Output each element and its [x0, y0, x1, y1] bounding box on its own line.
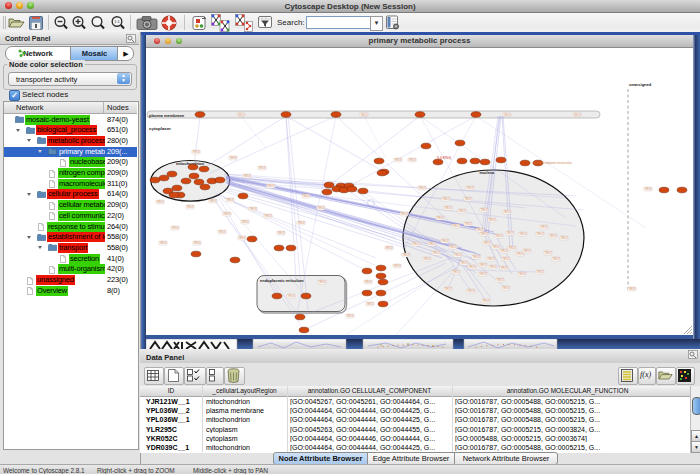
svg-text:YBR-08: YBR-08 — [453, 270, 460, 274]
svg-text:YBR-08: YBR-08 — [465, 222, 472, 226]
svg-text:YBR-08: YBR-08 — [194, 241, 201, 245]
svg-text:mitochondrion;endoplasmic reti: mitochondrion;endoplasmic reticulum;nucl… — [532, 161, 573, 165]
svg-text:YBR-08: YBR-08 — [507, 231, 514, 235]
svg-text:YBR-08: YBR-08 — [443, 197, 450, 201]
svg-text:YBR-08: YBR-08 — [537, 232, 544, 236]
svg-text:YBR-08: YBR-08 — [227, 198, 234, 202]
svg-text:cytoplasm: cytoplasm — [149, 126, 171, 131]
svg-text:YBR-08: YBR-08 — [493, 245, 500, 249]
svg-text:[5,6-RING]: [5,6-RING] — [437, 156, 451, 160]
svg-text:YBR-08: YBR-08 — [172, 226, 179, 230]
svg-text:YBR-08: YBR-08 — [224, 212, 231, 216]
svg-text:YBR-08: YBR-08 — [520, 232, 527, 236]
svg-text:YBR-08: YBR-08 — [550, 234, 557, 238]
svg-text:YBR-08: YBR-08 — [574, 113, 581, 117]
svg-text:YBR-08: YBR-08 — [488, 257, 495, 261]
svg-text:YBR-08: YBR-08 — [450, 245, 457, 249]
svg-text:YBR-08: YBR-08 — [367, 302, 374, 306]
svg-text:YBR-08: YBR-08 — [537, 270, 544, 274]
svg-text:YBR-08: YBR-08 — [303, 194, 310, 198]
svg-text:YBR-08: YBR-08 — [489, 218, 496, 222]
svg-text:YBR-08: YBR-08 — [230, 156, 237, 160]
svg-text:YBR-08: YBR-08 — [480, 263, 487, 267]
svg-text:YBR-08: YBR-08 — [413, 242, 420, 246]
svg-text:plasma membrane: plasma membrane — [149, 113, 185, 118]
svg-text:YBR-08: YBR-08 — [461, 261, 468, 265]
svg-text:YBR-08: YBR-08 — [509, 246, 516, 250]
svg-text:YBR-08: YBR-08 — [541, 225, 548, 229]
svg-text:YBR-08: YBR-08 — [481, 208, 488, 212]
svg-text:YBR-08: YBR-08 — [490, 265, 497, 269]
svg-text:YBR-08: YBR-08 — [553, 257, 560, 261]
svg-text:YBR-08: YBR-08 — [244, 174, 251, 178]
svg-text:YBR-08: YBR-08 — [467, 186, 474, 190]
svg-text:YBR-08: YBR-08 — [481, 232, 488, 236]
svg-text:YBR-08: YBR-08 — [401, 212, 408, 216]
svg-text:YBR-08: YBR-08 — [429, 242, 436, 246]
svg-text:YBR-08: YBR-08 — [210, 199, 217, 203]
svg-text:YBR-08: YBR-08 — [298, 221, 305, 225]
svg-text:unassigned: unassigned — [629, 82, 652, 87]
svg-text:YBR-08: YBR-08 — [433, 251, 440, 255]
svg-text:YBR-08: YBR-08 — [455, 253, 462, 257]
svg-text:YBR-08: YBR-08 — [442, 239, 449, 243]
svg-text:YBR-08: YBR-08 — [453, 224, 460, 228]
svg-text:YBR-08: YBR-08 — [503, 286, 510, 290]
svg-text:YBR-08: YBR-08 — [503, 257, 510, 261]
svg-text:YBR-08: YBR-08 — [318, 206, 325, 210]
svg-text:1:1: 1:1 — [114, 19, 120, 24]
svg-text:nucleus: nucleus — [479, 170, 495, 175]
svg-text:YBR-08: YBR-08 — [187, 205, 194, 209]
svg-text:YBR-08: YBR-08 — [347, 314, 354, 318]
svg-text:YBR-08: YBR-08 — [504, 210, 511, 214]
svg-text:YBR-08: YBR-08 — [319, 280, 326, 284]
svg-text:YBR-08: YBR-08 — [483, 299, 490, 303]
svg-text:YBR-08: YBR-08 — [160, 241, 167, 245]
svg-text:YBR-08: YBR-08 — [473, 255, 480, 259]
svg-text:YBR-08: YBR-08 — [561, 236, 568, 240]
svg-text:YBR-08: YBR-08 — [395, 158, 402, 162]
svg-text:YBR-08: YBR-08 — [250, 207, 257, 211]
svg-text:YBR-08: YBR-08 — [193, 150, 200, 154]
svg-text:YBR-08: YBR-08 — [465, 197, 472, 201]
svg-text:YBR-08: YBR-08 — [469, 265, 476, 269]
svg-text:YBR-08: YBR-08 — [157, 200, 164, 204]
svg-text:YBR-08: YBR-08 — [484, 241, 491, 245]
svg-text:YBR-08: YBR-08 — [259, 166, 266, 170]
svg-text:YBR-08: YBR-08 — [394, 264, 401, 268]
svg-text:YBR-08: YBR-08 — [519, 272, 526, 276]
svg-text:YBR-08: YBR-08 — [468, 289, 475, 293]
svg-text:YBR-08: YBR-08 — [268, 184, 275, 188]
svg-text:YBR-08: YBR-08 — [424, 257, 431, 261]
svg-text:YBR-08: YBR-08 — [437, 216, 444, 220]
svg-text:YBR-08: YBR-08 — [239, 236, 246, 240]
svg-text:YBR-08: YBR-08 — [497, 278, 504, 282]
svg-text:YBR-08: YBR-08 — [386, 246, 393, 250]
svg-text:YBR-08: YBR-08 — [480, 272, 487, 276]
svg-text:YBR-08: YBR-08 — [238, 113, 245, 117]
svg-text:YBR-08: YBR-08 — [361, 113, 368, 117]
svg-text:YBR-08: YBR-08 — [365, 280, 372, 284]
svg-text:YBR-08: YBR-08 — [242, 220, 249, 224]
svg-text:YBR-08: YBR-08 — [288, 294, 295, 298]
svg-text:endoplasmic reticulum: endoplasmic reticulum — [260, 278, 304, 283]
svg-text:YBR-08: YBR-08 — [501, 266, 508, 270]
svg-text:YBR-08: YBR-08 — [278, 231, 285, 235]
svg-text:YBR-08: YBR-08 — [629, 287, 636, 291]
svg-text:YBR-08: YBR-08 — [265, 214, 272, 218]
svg-text:YBR-08: YBR-08 — [403, 253, 410, 257]
svg-text:YBR-08: YBR-08 — [501, 249, 508, 253]
svg-text:YBR-08: YBR-08 — [496, 234, 503, 238]
svg-text:YBR-08: YBR-08 — [409, 158, 416, 162]
svg-text:YBR-08: YBR-08 — [645, 187, 652, 191]
svg-text:YBR-08: YBR-08 — [477, 228, 484, 232]
svg-text:YBR-08: YBR-08 — [219, 230, 226, 234]
svg-text:YBR-08: YBR-08 — [445, 287, 452, 291]
svg-text:YBR-08: YBR-08 — [419, 186, 426, 190]
svg-text:YBR-08: YBR-08 — [504, 113, 511, 117]
svg-text:YBR-08: YBR-08 — [459, 209, 466, 213]
svg-text:YBR-08: YBR-08 — [445, 206, 452, 210]
svg-text:YBR-08: YBR-08 — [545, 251, 552, 255]
svg-text:YBR-08: YBR-08 — [524, 249, 531, 253]
